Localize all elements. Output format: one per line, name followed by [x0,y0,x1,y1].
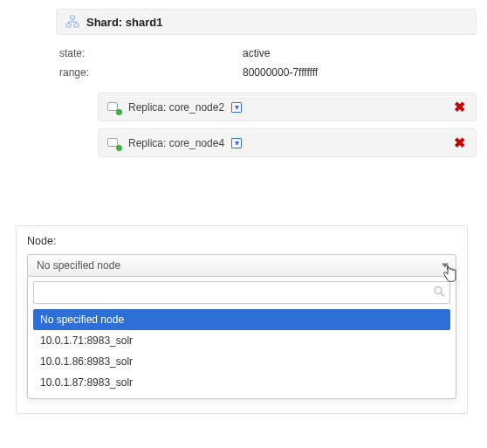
shard-body: state: active range: 80000000-7fffffff [56,35,477,86]
range-label: range: [59,66,243,79]
node-label: Node: [27,235,456,247]
svg-rect-1 [66,24,71,27]
svg-rect-0 [71,16,75,19]
node-combobox-dropdown: No specified node 10.0.1.71:8983_solr 10… [27,276,456,399]
node-combobox-toggle[interactable]: No specified node [27,254,456,277]
replica-row[interactable]: Replica: core_node4 ▾ ✖ [98,128,477,157]
range-row: range: 80000000-7fffffff [59,63,473,82]
state-value: active [243,47,473,59]
node-search-wrap [33,281,450,304]
state-label: state: [59,47,243,59]
expand-icon[interactable]: ▾ [231,102,242,113]
shard-title: Shard: shard1 [86,16,162,29]
node-options: No specified node 10.0.1.71:8983_solr 10… [33,309,450,393]
svg-rect-2 [74,24,79,27]
shard-panel: Shard: shard1 state: active range: 80000… [56,9,477,157]
node-active-icon [107,136,121,150]
node-option[interactable]: 10.0.1.86:8983_solr [33,351,450,372]
replica-label: Replica: core_node2 [128,101,224,114]
node-combobox: No specified node No specified node 10.0… [27,254,456,399]
node-search-input[interactable] [33,281,450,304]
range-value: 80000000-7fffffff [243,66,473,79]
replica-row[interactable]: Replica: core_node2 ▾ ✖ [98,93,477,121]
node-option[interactable]: No specified node [33,309,450,330]
chevron-down-icon [442,264,449,268]
expand-icon[interactable]: ▾ [231,138,242,148]
node-combobox-selected: No specified node [37,259,120,272]
state-row: state: active [59,44,473,63]
node-active-icon [107,100,121,114]
delete-replica-button[interactable]: ✖ [452,134,467,151]
node-panel: Node: No specified node No specified nod… [16,225,468,414]
sitemap-icon [65,15,79,29]
node-option[interactable]: 10.0.1.71:8983_solr [33,330,450,351]
shard-header[interactable]: Shard: shard1 [56,9,477,35]
node-option[interactable]: 10.0.1.87:8983_solr [33,372,450,393]
delete-replica-button[interactable]: ✖ [452,99,467,115]
replica-label: Replica: core_node4 [128,137,224,149]
